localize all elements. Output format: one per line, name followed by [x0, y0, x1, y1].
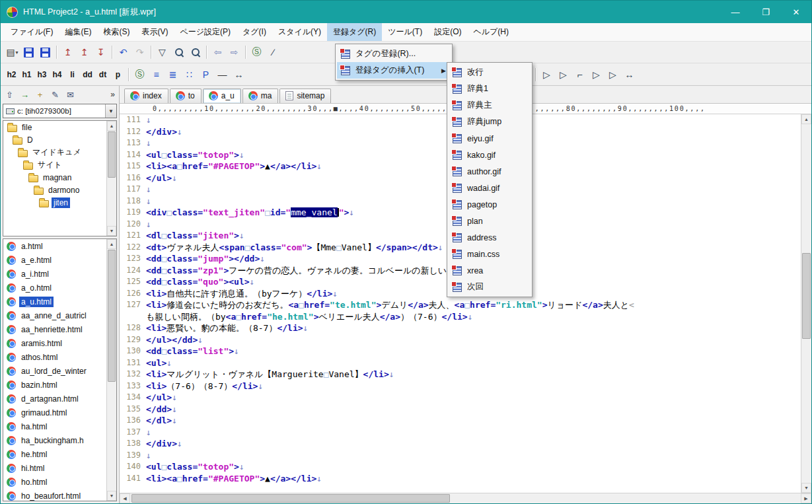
code-line[interactable]: 138</div>↓ [120, 438, 801, 450]
tab-a_u[interactable]: a_u [203, 89, 241, 103]
ul-list-button[interactable]: ≡ [148, 66, 165, 83]
menubar-item-ファイル(F)[interactable]: ファイル(F) [5, 23, 59, 41]
upload-page-button[interactable]: ↥ [59, 44, 76, 61]
scrollbar-thumb[interactable] [131, 494, 450, 503]
menubar-item-タグ(I)[interactable]: タグ(I) [237, 23, 272, 41]
menu-item-タグの登録(R)...[interactable]: タグの登録(R)... [337, 46, 451, 62]
file-list-item[interactable]: he.html [3, 447, 116, 461]
tree-item-マイドキュメ[interactable]: マイドキュメ [3, 146, 116, 159]
p-button[interactable]: p [110, 66, 126, 83]
forward-button[interactable]: ⇨ [226, 44, 242, 61]
menubar-item-ヘルプ(H)[interactable]: ヘルプ(H) [467, 23, 515, 41]
submenu-item-main.css[interactable]: main.css [449, 246, 531, 262]
h3-button[interactable]: h3 [34, 66, 50, 83]
editor-vscrollbar[interactable]: ▲ ▼ [801, 114, 811, 493]
browser-preview-button[interactable]: Ⓢ [248, 44, 265, 61]
drive-select[interactable]: c: [tih0279300b] ▼ [3, 104, 117, 118]
scroll-up-arrow-icon[interactable]: ▲ [801, 114, 811, 124]
code-line[interactable]: 139↓ [120, 450, 801, 462]
file-list-item[interactable]: aa_henriette.html [3, 322, 116, 336]
new-file-button[interactable]: ▤▾ [4, 44, 20, 61]
menubar-item-表示(V)[interactable]: 表示(V) [135, 23, 174, 41]
code-line[interactable]: 135</dd>↓ [120, 404, 801, 415]
dl-list-button[interactable]: ∷ [181, 66, 198, 83]
scroll-right-arrow-icon[interactable]: ▶ [801, 493, 811, 503]
slash-check-button[interactable]: ∕ [265, 44, 281, 61]
tree-item-サイト[interactable]: サイト [3, 159, 116, 171]
insert-tag-button-4[interactable]: ▷ [588, 66, 605, 83]
scrollbar-thumb[interactable] [802, 253, 811, 339]
fullwidth-button[interactable]: ↔ [621, 66, 638, 83]
style-button[interactable]: Ⓢ [131, 66, 148, 83]
file-list-item[interactable]: athos.html [3, 350, 116, 364]
scroll-up-arrow-icon[interactable]: ▲ [107, 121, 116, 131]
scroll-down-arrow-icon[interactable]: ▼ [107, 491, 116, 501]
code-line[interactable]: 128<li>悪賢い。豹の本能。（8-7）</li>↓ [120, 322, 801, 334]
insert-tag-button-3[interactable]: ▷ [555, 66, 572, 83]
h2-button[interactable]: h2 [4, 66, 19, 83]
file-list-item[interactable]: ho_beaufort.html [3, 489, 116, 501]
scroll-down-arrow-icon[interactable]: ▼ [107, 226, 116, 236]
code-line[interactable]: も親しい間柄。（by<a□href="he.html">ベリエール夫人</a>）… [120, 311, 801, 323]
save-button[interactable] [20, 44, 37, 61]
ol-list-button[interactable]: ≣ [165, 66, 181, 83]
undo-button[interactable]: ↶ [115, 44, 131, 61]
file-list-item[interactable]: d_artagnan.html [3, 392, 116, 406]
edge-marker-button[interactable]: ⌐ [572, 66, 588, 83]
mail-button[interactable]: ✉ [63, 87, 78, 102]
go-button[interactable]: → [17, 87, 32, 102]
h4-button[interactable]: h4 [50, 66, 65, 83]
minimize-button[interactable]: — [720, 1, 751, 23]
file-list-scrollbar[interactable]: ▲ ▼ [106, 239, 116, 501]
paragraph-button[interactable]: P [198, 66, 214, 83]
submenu-item-pagetop[interactable]: pagetop [449, 196, 531, 213]
width-button[interactable]: ↔ [231, 66, 247, 83]
save-all-button[interactable] [37, 44, 54, 61]
dd-button[interactable]: dd [80, 66, 95, 83]
download-page-button[interactable]: ↧ [92, 44, 109, 61]
code-line[interactable]: 134</ul>↓ [120, 392, 801, 404]
file-list-item[interactable]: ho.html [3, 475, 116, 489]
close-button[interactable]: ✕ [781, 1, 811, 23]
submenu-item-address[interactable]: address [449, 229, 531, 246]
tree-item-file[interactable]: file [3, 121, 116, 133]
file-list-item[interactable]: hi.html [3, 461, 116, 475]
file-list-item[interactable]: ha_buckingham.h [3, 433, 116, 447]
file-list-item[interactable]: ha.html [3, 419, 116, 433]
li-button[interactable]: li [65, 66, 80, 83]
code-line[interactable]: 140<ul□class="totop">↓ [120, 461, 801, 473]
tree-item-jiten[interactable]: jiten [3, 196, 116, 209]
submenu-item-次回[interactable]: 次回 [449, 279, 531, 295]
new-folder-button[interactable]: + [32, 87, 48, 102]
upload-all-button[interactable]: ↥ [76, 44, 92, 61]
dt-button[interactable]: dt [95, 66, 110, 83]
menubar-item-編集(E)[interactable]: 編集(E) [59, 23, 97, 41]
tab-ma[interactable]: ma [242, 89, 279, 103]
redo-button[interactable]: ↷ [131, 44, 148, 61]
file-list-item[interactable]: a_e.html [3, 253, 116, 267]
code-line[interactable]: 127<li>修道会にいた時分のお友だち。<a□href="te.html">デ… [120, 299, 801, 311]
tab-to[interactable]: to [170, 89, 202, 103]
submenu-item-author.gif[interactable]: author.gif [449, 163, 531, 180]
code-line[interactable]: 137↓ [120, 427, 801, 439]
file-list-item[interactable]: bazin.html [3, 378, 116, 392]
submenu-item-辞典jump[interactable]: 辞典jump [449, 114, 531, 130]
file-list-item[interactable]: aa_anne_d_autricl [3, 308, 116, 322]
submenu-item-kako.gif[interactable]: kako.gif [449, 147, 531, 163]
selection-button[interactable]: ▽ [154, 44, 170, 61]
editor-hscrollbar[interactable]: ◀ ▶ [120, 493, 811, 503]
tree-item-darmono[interactable]: darmono [3, 184, 116, 196]
scroll-down-arrow-icon[interactable]: ▼ [801, 483, 811, 493]
parent-folder-button[interactable]: ⇧ [2, 87, 17, 102]
toolbar-overflow-chevron[interactable]: » [108, 90, 118, 99]
code-line[interactable]: 131<ul>↓ [120, 357, 801, 369]
file-list-item[interactable]: grimaud.html [3, 406, 116, 419]
tree-item-magnan[interactable]: magnan [3, 171, 116, 184]
file-list-item[interactable]: a_i.html [3, 267, 116, 281]
scroll-left-arrow-icon[interactable]: ◀ [120, 493, 130, 503]
folder-tree-scrollbar[interactable]: ▲ ▼ [106, 121, 116, 236]
file-list-item[interactable]: aramis.html [3, 336, 116, 350]
menubar-item-設定(O)[interactable]: 設定(O) [428, 23, 467, 41]
file-list-item[interactable]: au_lord_de_winter [3, 364, 116, 378]
hr-button[interactable]: — [214, 66, 231, 83]
